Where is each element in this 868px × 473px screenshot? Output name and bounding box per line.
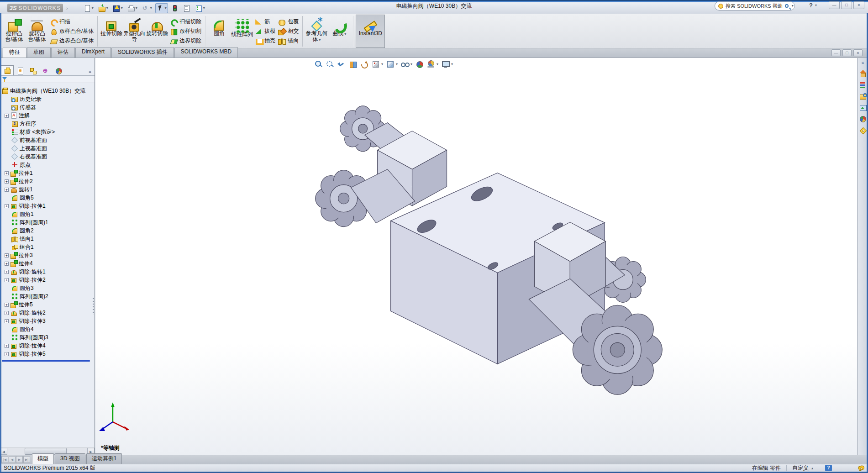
menu-expand-arrow[interactable]: ›: [65, 5, 69, 11]
tree-item[interactable]: +切除-拉伸2: [0, 276, 95, 284]
tree-item[interactable]: 前视基准面: [0, 136, 95, 144]
ribbon-button-ref-geometry[interactable]: 参考几何体▾: [305, 15, 328, 48]
ribbon-button-loft-cut[interactable]: 放样切割: [170, 26, 201, 36]
tag-icon[interactable]: [858, 465, 865, 471]
close-document-button[interactable]: ×: [853, 49, 863, 56]
ribbon-tab-mbd[interactable]: SOLIDWORKS MBD: [174, 47, 238, 58]
headsup-view-rotate-button[interactable]: [360, 60, 368, 68]
expand-plus-box[interactable]: +: [5, 253, 9, 258]
tree-item[interactable]: 镜向1: [0, 235, 95, 243]
first-tab-button[interactable]: |◀: [1, 456, 8, 463]
ribbon-button-fillet[interactable]: 圆角: [208, 15, 231, 48]
headsup-edit-appearance-button[interactable]: [416, 60, 424, 68]
tree-item[interactable]: +切除-拉伸4: [0, 342, 95, 350]
status-help-icon[interactable]: ?: [825, 465, 832, 471]
minimize-button[interactable]: —: [829, 1, 840, 9]
task-pane-appearances-icon[interactable]: [859, 116, 866, 122]
panel-tab-featuremanager[interactable]: [1, 65, 14, 75]
tree-item[interactable]: +拉伸1: [0, 169, 95, 177]
ribbon-button-draft[interactable]: 拔模: [255, 26, 275, 36]
feature-tree-root[interactable]: 电磁换向阀（WE10 30B）交流: [0, 87, 95, 95]
headsup-hide-show-items-button[interactable]: ▾: [401, 60, 412, 68]
ribbon-button-rib[interactable]: 筋: [255, 17, 275, 26]
dropdown-caret-icon[interactable]: ▾: [165, 6, 167, 10]
tree-item[interactable]: 圆角3: [0, 284, 95, 292]
ribbon-tab-sketch[interactable]: 草图: [27, 47, 51, 58]
ribbon-button-curves[interactable]: 曲线▾: [328, 15, 351, 48]
expand-plus-box[interactable]: +: [5, 188, 9, 192]
tree-item[interactable]: +切除-旋转2: [0, 309, 95, 317]
expand-plus-box[interactable]: +: [5, 311, 9, 315]
expand-plus-box[interactable]: +: [5, 262, 9, 266]
rollback-bar[interactable]: [2, 360, 90, 362]
ribbon-button-sweep-cut[interactable]: 扫描切除: [170, 17, 201, 26]
ribbon-tab-features[interactable]: 特征: [3, 47, 26, 58]
tree-item[interactable]: +拉伸2: [0, 177, 95, 185]
open-button[interactable]: ▾: [97, 3, 110, 13]
save-button[interactable]: ▾: [111, 3, 124, 13]
panel-tab-displaymanager[interactable]: [52, 65, 65, 75]
ribbon-button-hole-wizard[interactable]: 异型孔向导: [123, 15, 146, 48]
dropdown-caret-icon[interactable]: ▾: [410, 63, 412, 66]
task-pane-file-explorer-icon[interactable]: [859, 93, 866, 100]
ribbon-button-wrap[interactable]: 包覆: [278, 17, 299, 26]
previous-tab-button[interactable]: ◀: [9, 456, 16, 463]
document-tab[interactable]: 3D 视图: [55, 453, 85, 464]
help-button[interactable]: ?: [808, 2, 814, 9]
expand-plus-box[interactable]: +: [5, 319, 9, 323]
ribbon-button-shell[interactable]: 抽壳: [255, 36, 275, 46]
ribbon-button-extrude-boss[interactable]: 拉伸凸台/基体: [3, 15, 26, 48]
expand-plus-box[interactable]: +: [5, 171, 9, 175]
headsup-section-view-button[interactable]: [349, 60, 357, 68]
headsup-zoom-to-area-button[interactable]: [326, 60, 334, 68]
dropdown-caret-icon[interactable]: ▾: [150, 6, 152, 10]
tree-item[interactable]: +拉伸5: [0, 300, 95, 309]
search-input[interactable]: 搜索 SOLIDWORKS 帮助: [726, 3, 783, 10]
ribbon-button-mirror[interactable]: 镜向: [278, 36, 299, 46]
minimize-document-button[interactable]: —: [831, 49, 841, 56]
ribbon-button-sweep[interactable]: 扫描: [50, 17, 94, 26]
ribbon-tab-evaluate[interactable]: 评估: [51, 47, 75, 58]
select-button[interactable]: ▾: [155, 3, 168, 13]
expand-plus-box[interactable]: +: [5, 114, 9, 118]
tree-item[interactable]: 阵列(圆周)1: [0, 218, 95, 226]
tree-filter-bar[interactable]: [0, 76, 95, 83]
tree-item[interactable]: 圆角1: [0, 210, 95, 218]
print-button[interactable]: ▾: [126, 3, 139, 13]
expand-plus-box[interactable]: +: [5, 303, 9, 307]
ribbon-tab-dimxpert[interactable]: DimXpert: [75, 47, 111, 58]
restore-document-button[interactable]: □: [842, 49, 852, 56]
task-pane-view-palette-icon[interactable]: [859, 104, 866, 111]
ribbon-button-loft[interactable]: 放样凸台/基体: [50, 26, 94, 36]
headsup-view-orientation-button[interactable]: ▾: [372, 60, 383, 68]
dropdown-caret-icon[interactable]: ▾: [451, 63, 453, 66]
headsup-apply-scene-button[interactable]: ▾: [427, 60, 438, 68]
expand-plus-box[interactable]: +: [5, 204, 9, 208]
expand-plus-box[interactable]: +: [5, 179, 9, 184]
maximize-button[interactable]: □: [841, 1, 852, 9]
tree-item[interactable]: +切除-拉伸1: [0, 202, 95, 210]
tree-item[interactable]: 圆角4: [0, 325, 95, 333]
task-pane-custom-properties-icon[interactable]: [859, 127, 866, 134]
tree-item[interactable]: 材质 <未指定>: [0, 128, 95, 136]
tree-item[interactable]: +切除-拉伸5: [0, 350, 95, 358]
expand-plus-box[interactable]: +: [5, 278, 9, 282]
dropdown-caret-icon[interactable]: ▾: [92, 6, 94, 10]
tree-item[interactable]: 阵列(圆周)3: [0, 333, 95, 342]
headsup-previous-view-button[interactable]: [337, 60, 346, 68]
tree-item[interactable]: +注解: [0, 111, 95, 120]
dropdown-caret-icon[interactable]: ▾: [121, 6, 123, 10]
ribbon-button-revolve-boss[interactable]: 旋转凸台/基体: [26, 15, 48, 48]
ribbon-tab-addins[interactable]: SOLIDWORKS 插件: [111, 47, 174, 58]
tree-item[interactable]: 圆角2: [0, 226, 95, 235]
dropdown-caret-icon[interactable]: ▾: [381, 63, 383, 66]
panel-tab-propertymanager[interactable]: [14, 65, 26, 75]
ribbon-button-extrude-cut[interactable]: 拉伸切除: [100, 15, 123, 48]
panel-tab-overflow[interactable]: »: [86, 69, 94, 75]
expand-plus-box[interactable]: +: [5, 352, 9, 356]
headsup-view-settings-button[interactable]: ▾: [442, 60, 453, 68]
tree-item[interactable]: 组合1: [0, 243, 95, 251]
tree-item[interactable]: 上视基准面: [0, 144, 95, 152]
task-pane-design-library-icon[interactable]: [859, 81, 866, 88]
tree-item[interactable]: +切除-拉伸3: [0, 317, 95, 325]
